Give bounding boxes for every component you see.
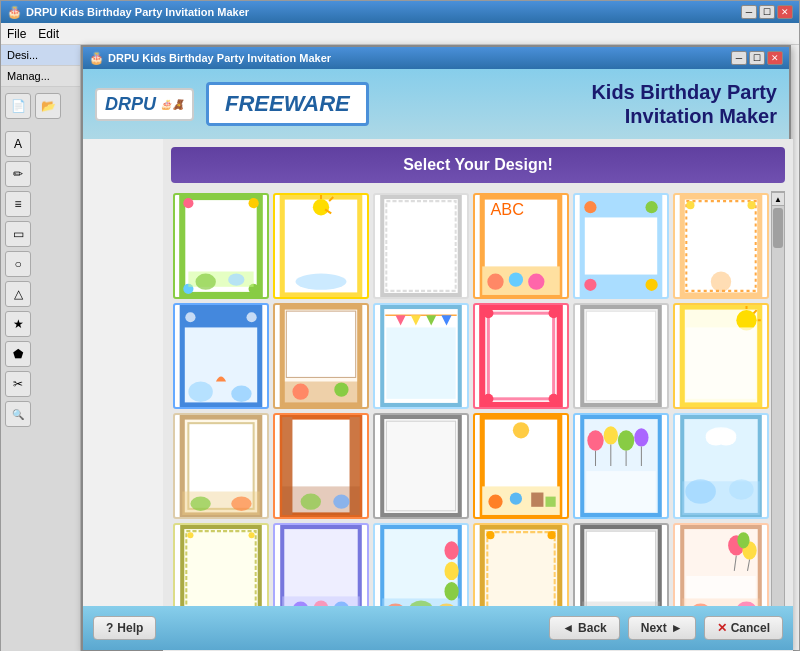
sidebar-tool-row-1: 📄 📂 (5, 93, 76, 119)
svg-point-32 (686, 201, 694, 209)
tool-draw[interactable]: ✏ (5, 161, 31, 187)
help-button[interactable]: ? Help (93, 616, 156, 640)
inner-minimize-btn[interactable]: ─ (731, 51, 747, 65)
svg-point-98 (685, 479, 716, 503)
tool-open-folder[interactable]: 📂 (35, 93, 61, 119)
back-button[interactable]: ◄ Back (549, 616, 620, 640)
svg-rect-44 (286, 311, 355, 377)
inner-window-controls: ─ ☐ ✕ (731, 51, 783, 65)
design-card-3[interactable] (373, 193, 469, 299)
tool-zoom[interactable]: 🔍 (5, 401, 31, 427)
design-card-5[interactable] (573, 193, 669, 299)
design-card-11[interactable] (573, 303, 669, 409)
app-title: Kids Birthday PartyInvitation Maker (591, 80, 777, 128)
svg-point-42 (292, 384, 308, 400)
design-card-9[interactable] (373, 303, 469, 409)
svg-point-25 (584, 279, 596, 291)
svg-rect-84 (545, 497, 555, 507)
outer-close-btn[interactable]: ✕ (777, 5, 793, 19)
svg-point-19 (509, 273, 523, 287)
scroll-up-arrow[interactable]: ▲ (771, 192, 785, 206)
manage-tab[interactable]: Manag... (1, 66, 80, 87)
tool-new-file[interactable]: 📄 (5, 93, 31, 119)
svg-point-43 (334, 383, 348, 397)
design-card-6[interactable] (673, 193, 769, 299)
inner-title-text: DRPU Kids Birthday Party Invitation Make… (108, 52, 331, 64)
svg-rect-78 (386, 421, 455, 511)
inner-maximize-btn[interactable]: ☐ (749, 51, 765, 65)
scrollbar[interactable]: ▲ ▼ (771, 191, 785, 631)
svg-point-37 (231, 386, 251, 402)
menu-edit[interactable]: Edit (38, 27, 59, 41)
svg-rect-65 (686, 327, 755, 398)
design-tab[interactable]: Desi... (1, 45, 80, 66)
outer-title-text: DRPU Kids Birthday Party Invitation Make… (26, 6, 249, 18)
svg-point-119 (444, 541, 458, 559)
design-card-15[interactable] (373, 413, 469, 519)
design-card-10[interactable] (473, 303, 569, 409)
scroll-thumb[interactable] (773, 208, 783, 248)
svg-point-9 (313, 199, 329, 215)
design-header-text: Select Your Design! (403, 156, 553, 174)
svg-rect-59 (586, 311, 655, 401)
tool-rect[interactable]: ▭ (5, 221, 31, 247)
svg-point-2 (249, 198, 259, 208)
tool-star[interactable]: ★ (5, 311, 31, 337)
outer-window: 🎂 DRPU Kids Birthday Party Invitation Ma… (0, 0, 800, 651)
cancel-button[interactable]: ✕ Cancel (704, 616, 783, 640)
svg-point-18 (487, 274, 503, 290)
svg-point-69 (190, 497, 210, 511)
design-card-16[interactable] (473, 413, 569, 519)
design-card-17[interactable] (573, 413, 669, 519)
svg-point-36 (188, 382, 212, 402)
design-card-18[interactable] (673, 413, 769, 519)
cancel-icon: ✕ (717, 621, 727, 635)
svg-point-6 (196, 274, 216, 290)
svg-point-124 (486, 531, 494, 539)
svg-point-87 (587, 430, 603, 450)
svg-point-27 (645, 201, 657, 213)
svg-rect-83 (531, 493, 543, 507)
design-card-2[interactable] (273, 193, 369, 299)
outer-window-controls: ─ ☐ ✕ (741, 5, 793, 19)
design-card-4[interactable]: ABC (473, 193, 569, 299)
tool-lines[interactable]: ≡ (5, 191, 31, 217)
svg-point-38 (185, 312, 195, 322)
design-card-7[interactable] (173, 303, 269, 409)
tool-text[interactable]: A (5, 131, 31, 157)
svg-point-136 (737, 532, 749, 548)
svg-point-93 (634, 428, 648, 446)
outer-maximize-btn[interactable]: ☐ (759, 5, 775, 19)
bottom-bar: ? Help ◄ Back Next ► ✕ Cancel (83, 606, 793, 650)
inner-title-left: 🎂 DRPU Kids Birthday Party Invitation Ma… (89, 51, 331, 65)
svg-point-91 (618, 430, 634, 450)
svg-point-1 (183, 198, 193, 208)
svg-point-75 (301, 494, 321, 510)
inner-app-icon: 🎂 (89, 51, 104, 65)
birthday-emoji: 🎂🧸 (160, 99, 184, 110)
arrow-right-icon: ► (671, 621, 683, 635)
design-card-14[interactable] (273, 413, 369, 519)
outer-minimize-btn[interactable]: ─ (741, 5, 757, 19)
next-button[interactable]: Next ► (628, 616, 696, 640)
svg-rect-14 (382, 197, 460, 295)
svg-rect-51 (386, 327, 455, 398)
svg-point-106 (249, 532, 255, 538)
svg-point-54 (483, 308, 493, 318)
svg-point-28 (584, 201, 596, 213)
svg-point-81 (488, 495, 502, 509)
design-card-13[interactable] (173, 413, 269, 519)
tool-cut[interactable]: ✂ (5, 371, 31, 397)
design-card-8[interactable] (273, 303, 369, 409)
svg-point-56 (483, 394, 493, 404)
tool-shape[interactable]: ⬟ (5, 341, 31, 367)
svg-point-33 (748, 201, 756, 209)
design-card-1[interactable] (173, 193, 269, 299)
svg-point-125 (548, 531, 556, 539)
svg-point-89 (604, 426, 618, 444)
inner-close-btn[interactable]: ✕ (767, 51, 783, 65)
design-card-12[interactable] (673, 303, 769, 409)
tool-triangle[interactable]: △ (5, 281, 31, 307)
tool-circle[interactable]: ○ (5, 251, 31, 277)
menu-file[interactable]: File (7, 27, 26, 41)
